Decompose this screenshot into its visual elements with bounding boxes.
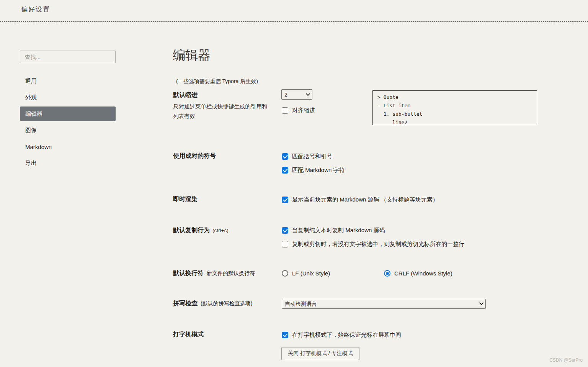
pairs-label: 使用成对的符号 [173,152,216,160]
sidebar-item-label: Markdown [25,144,52,150]
sidebar-item-general[interactable]: 通用 [20,74,116,88]
match-markdown-label: 匹配 Markdown 字符 [292,167,345,174]
match-brackets-checkbox[interactable] [282,153,288,160]
lf-option: LF (Unix Style) [282,270,330,277]
copy-whole-line-option: 复制或剪切时，若没有文字被选中，则复制或剪切光标所在的一整行 [282,241,464,248]
copy-markdown-option: 当复制纯文本时复制 Markdown 源码 [282,227,385,234]
sidebar-item-export[interactable]: 导出 [20,156,116,170]
match-brackets-option: 匹配括号和引号 [282,153,332,160]
typewriter-label: 打字机模式 [173,331,204,339]
line-ending-note: 新文件的默认换行符 [207,270,255,276]
line-ending-label: 默认换行符新文件的默认换行符 [173,269,255,277]
copy-markdown-label: 当复制纯文本时复制 Markdown 源码 [292,227,385,234]
align-indent-checkbox[interactable] [282,107,288,114]
show-markdown-source-label: 显示当前块元素的 Markdown 源码 （支持标题等块元素） [292,196,438,203]
sidebar-item-label: 导出 [25,160,37,167]
show-markdown-source-option: 显示当前块元素的 Markdown 源码 （支持标题等块元素） [282,196,438,203]
show-markdown-source-checkbox[interactable] [282,197,288,203]
indent-size-select[interactable]: 2 [281,89,312,100]
match-brackets-label: 匹配括号和引号 [292,153,332,160]
copy-markdown-checkbox[interactable] [282,227,288,234]
copy-whole-line-label: 复制或剪切时，若没有文字被选中，则复制或剪切光标所在的一整行 [292,241,464,248]
lf-radio[interactable] [282,270,288,277]
copy-whole-line-checkbox[interactable] [282,241,288,247]
copy-label: 默认复制行为(ctrl+c) [173,226,229,234]
indent-label: 默认缩进 [173,91,198,99]
lf-label: LF (Unix Style) [292,270,330,277]
sidebar-item-editor[interactable]: 编辑器 [20,106,116,121]
page-title: 编辑器 [173,47,211,64]
spell-label: 拼写检查(默认的拼写检查选项) [173,300,252,308]
match-markdown-option: 匹配 Markdown 字符 [282,167,345,174]
sidebar-item-markdown[interactable]: Markdown [20,139,116,154]
crlf-label: CRLF (Windows Style) [394,270,452,277]
typewriter-center-label: 在打字机模式下，始终保证光标在屏幕中间 [292,331,401,339]
sidebar-item-label: 编辑器 [25,110,42,118]
spell-select-wrap: 自动检测语言 [282,299,486,309]
sidebar-item-label: 外观 [25,94,37,101]
typewriter-center-checkbox[interactable] [282,332,288,338]
align-indent-label: 对齐缩进 [292,107,315,114]
match-markdown-checkbox[interactable] [282,167,288,174]
live-render-label: 即时渲染 [173,195,198,203]
sidebar-item-label: 通用 [25,77,37,85]
crlf-radio[interactable] [384,270,390,277]
watermark: CSDN @SarPro [549,357,583,363]
sidebar-item-image[interactable]: 图像 [20,123,116,138]
indent-size-select-wrap: 2 [281,89,312,100]
restart-hint: (一些选项需要重启 Typora 后生效) [176,78,258,85]
titlebar: 偏好设置 [0,0,588,22]
search-input[interactable] [20,51,116,63]
spell-language-select[interactable]: 自动检测语言 [282,299,486,309]
close-typewriter-mode-button[interactable]: 关闭 打字机模式 / 专注模式 [281,347,359,360]
sidebar-item-label: 图像 [25,127,37,134]
window-title: 偏好设置 [21,5,50,14]
spell-label-text: 拼写检查 [173,300,198,306]
copy-shortcut: (ctrl+c) [212,228,229,233]
spell-note: (默认的拼写检查选项) [201,300,252,306]
sidebar-item-appearance[interactable]: 外观 [20,90,116,105]
copy-label-text: 默认复制行为 [173,227,210,233]
settings-nav: 通用 外观 编辑器 图像 Markdown 导出 [20,74,116,172]
typewriter-center-option: 在打字机模式下，始终保证光标在屏幕中间 [282,331,401,339]
line-ending-label-text: 默认换行符 [173,270,204,276]
crlf-option: CRLF (Windows Style) [384,270,452,277]
indent-preview-code: > Quote - List item 1. sub-bullet line2 [372,90,537,125]
indent-note: 只对通过菜单栏或快捷键生成的引用和列表有效 [173,102,270,121]
align-indent-option: 对齐缩进 [282,107,315,114]
